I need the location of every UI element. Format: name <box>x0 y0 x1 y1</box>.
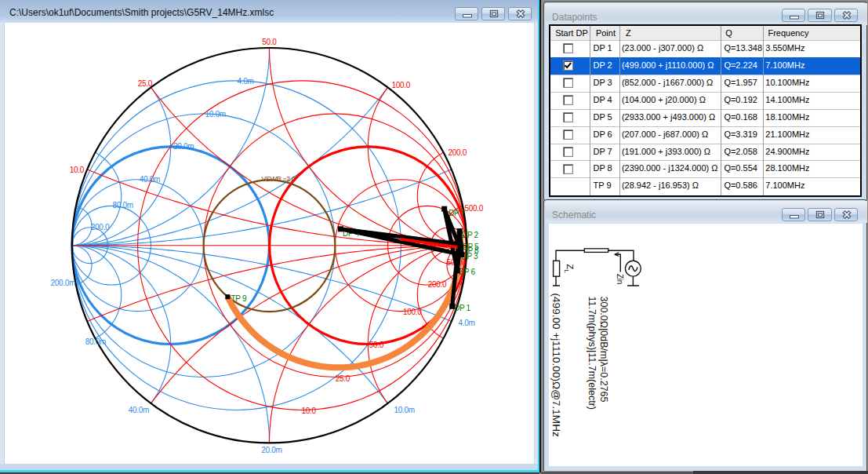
svg-text:11.7m(phys)|11.7m(electr): 11.7m(phys)|11.7m(electr) <box>587 297 597 410</box>
svg-text:ZL: ZL <box>563 264 575 274</box>
svg-text:(499.00 +j1110.00)Ω@7.1MHz: (499.00 +j1110.00)Ω@7.1MHz <box>550 294 562 437</box>
svg-text:Zin: Zin <box>616 274 624 284</box>
svg-text:300.0Ω|0dB/m|λ=0.2765: 300.0Ω|0dB/m|λ=0.2765 <box>598 297 609 403</box>
